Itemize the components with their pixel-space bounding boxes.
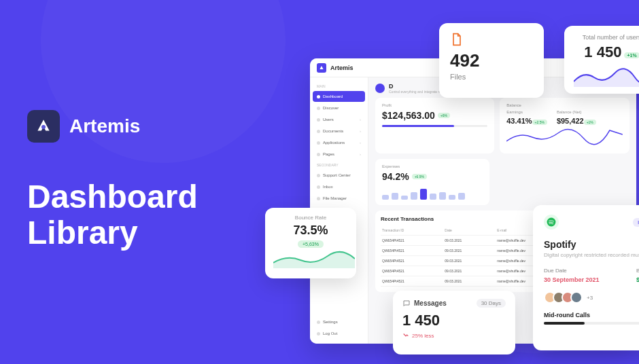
sidebar-item-label: Dashboard <box>323 94 343 98</box>
sidebar-item-label: Support Center <box>323 173 351 177</box>
bounce-card[interactable]: Bounce Rate 73.5% +5,63% <box>265 208 356 278</box>
files-count: 492 <box>450 50 533 71</box>
profit-value: $124,563.00 <box>382 110 435 121</box>
netbal-change-badge: +1% <box>584 120 596 125</box>
spotify-card[interactable]: In Progress Spotify Digital copyright re… <box>533 205 639 350</box>
budget-value: $650,950.00 <box>636 276 639 283</box>
bounce-sparkline <box>273 251 355 268</box>
spotify-logo-icon <box>544 215 559 230</box>
hero-title: Dashboard Library <box>27 179 198 251</box>
bounce-change-badge: +5,63% <box>298 240 324 248</box>
earnings-change-badge: +2.5% <box>532 120 547 125</box>
sidebar-item-settings[interactable]: Settings <box>313 316 365 327</box>
hero-title-line1: Dashboard <box>27 179 198 215</box>
spotify-progress <box>544 322 639 325</box>
avatar[interactable] <box>570 291 583 304</box>
file-icon <box>450 33 464 46</box>
dashboard-icon <box>375 84 385 93</box>
sidebar-item-support[interactable]: Support Center <box>313 170 365 181</box>
sidebar-section-secondary: Secondary <box>313 160 365 170</box>
sidebar-item-label: Documents <box>323 129 343 133</box>
profit-label: Profit <box>382 103 487 107</box>
sidebar-item-label: Applications <box>323 141 345 145</box>
messages-period[interactable]: 30 Days <box>477 299 506 308</box>
messages-trend: 25% less <box>402 332 506 339</box>
users-change-badge: +1% <box>624 52 639 58</box>
earnings-value: 43.41% <box>506 117 532 125</box>
sidebar-item-label: File Manager <box>323 196 347 200</box>
expenses-change-badge: +6.9% <box>412 174 427 179</box>
users-card[interactable]: Total number of users 1 450+1% <box>564 26 639 94</box>
spotify-desc: Digital copyright restricted recorded mu… <box>544 252 639 258</box>
users-label: Total number of users <box>574 34 639 41</box>
users-sparkline <box>574 64 639 87</box>
balance-line-chart <box>506 125 623 148</box>
files-label: Files <box>450 73 533 81</box>
budget-label: Budget <box>636 268 639 274</box>
sidebar-item-users[interactable]: Users <box>313 114 365 125</box>
messages-card[interactable]: Messages 30 Days 1 450 25% less <box>393 291 515 354</box>
balance-panel[interactable]: Balance Earnings 43.41%+2.5% Balance (Ne… <box>500 98 629 153</box>
sidebar-item-pages[interactable]: Pages <box>313 149 365 160</box>
spotify-status-badge: In Progress <box>633 218 639 227</box>
netbal-value: $95,422 <box>557 117 584 125</box>
brand-logo-icon <box>27 110 60 143</box>
dashboard-brand: Artemis <box>330 65 353 71</box>
sidebar-item-label: Settings <box>323 320 338 324</box>
sidebar-item-logout[interactable]: Log Out <box>313 328 365 339</box>
messages-title: Messages <box>402 299 447 308</box>
svg-point-0 <box>41 125 46 129</box>
sidebar-section-main: Main <box>313 81 365 91</box>
due-date-value: 30 September 2021 <box>544 276 600 283</box>
sidebar-item-label: Log Out <box>323 331 337 335</box>
trend-down-icon <box>402 332 409 339</box>
dashboard-logo-icon <box>317 63 326 73</box>
earnings-label: Earnings <box>506 110 547 114</box>
sidebar-item-label: Inbox <box>323 185 333 189</box>
message-icon <box>402 299 411 308</box>
expenses-bars <box>382 185 483 200</box>
expenses-label: Expenses <box>382 164 483 168</box>
messages-title-text: Messages <box>414 299 447 307</box>
users-value: 1 450 <box>584 43 621 60</box>
profit-progress <box>382 125 487 127</box>
spotify-name: Spotify <box>544 239 639 250</box>
profit-panel[interactable]: Profit $124,563.00+6% <box>375 98 494 153</box>
bounce-label: Bounce Rate <box>273 215 348 221</box>
expenses-panel[interactable]: Expenses 94.2%+6.9% <box>375 159 489 205</box>
files-card[interactable]: 492 Files <box>439 23 544 98</box>
sidebar-item-label: Discover <box>323 106 339 110</box>
sidebar-item-filemanager[interactable]: File Manager <box>313 193 365 204</box>
col-id: Transaction ID <box>382 228 445 232</box>
users-count: 1 450+1% <box>574 43 639 61</box>
sidebar-item-discover[interactable]: Discover <box>313 103 365 113</box>
col-date: Date <box>445 228 497 232</box>
spotify-section-title: Mid-round Calls <box>544 312 639 318</box>
avatar-group: +3 <box>544 291 639 304</box>
brand-name: Artemis <box>69 115 140 137</box>
sidebar-item-applications[interactable]: Applications <box>313 137 365 148</box>
sidebar-item-documents[interactable]: Documents <box>313 126 365 136</box>
messages-trend-text: 25% less <box>412 333 434 339</box>
brand-logo-row: Artemis <box>27 110 198 143</box>
sidebar-item-dashboard[interactable]: Dashboard <box>313 91 365 102</box>
hero-title-line2: Library <box>27 215 138 251</box>
profit-change-badge: +6% <box>438 113 450 118</box>
sidebar-item-label: Pages <box>323 152 334 156</box>
messages-value: 1 450 <box>402 312 506 329</box>
due-date-label: Due Date <box>544 268 600 274</box>
sidebar-item-inbox[interactable]: Inbox <box>313 181 365 192</box>
bounce-value: 73.5% <box>273 223 348 238</box>
netbal-label: Balance (Net) <box>557 110 596 114</box>
balance-label: Balance <box>506 103 623 107</box>
expenses-value: 94.2% <box>382 171 409 182</box>
sidebar-item-label: Users <box>323 117 334 122</box>
avatar-more[interactable]: +3 <box>587 295 593 301</box>
